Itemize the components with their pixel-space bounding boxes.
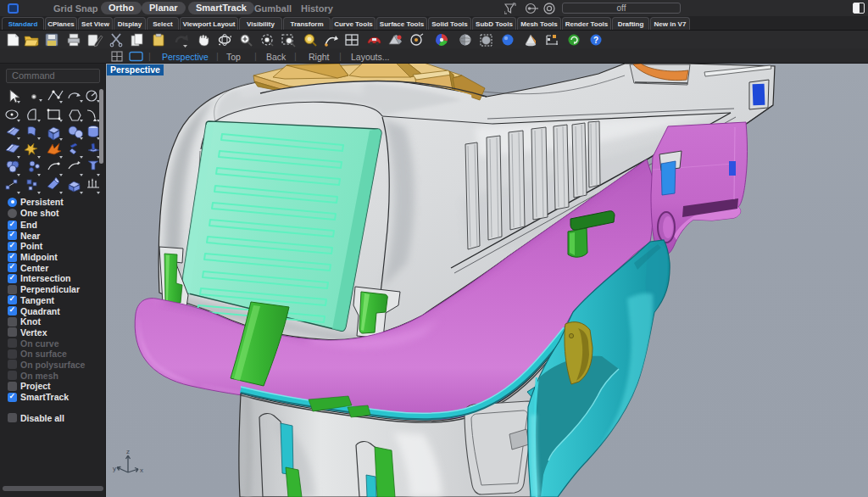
svg-text:?: ? [593,36,598,45]
svg-text:x: x [140,466,143,474]
svg-text:y: y [113,465,116,472]
svg-text:z: z [126,448,130,455]
